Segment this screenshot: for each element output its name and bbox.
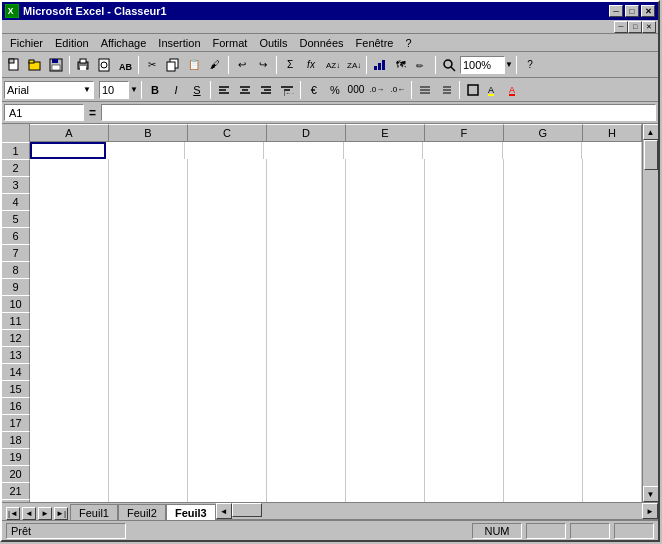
- cell-G9[interactable]: [504, 278, 583, 295]
- vertical-scroll-track[interactable]: [643, 140, 659, 486]
- cell-C3[interactable]: [188, 176, 267, 193]
- cell-E12[interactable]: [346, 329, 425, 346]
- scroll-up-button[interactable]: ▲: [643, 124, 659, 140]
- align-center-button[interactable]: [235, 81, 255, 99]
- app-restore-button[interactable]: □: [628, 21, 642, 33]
- align-left-button[interactable]: [214, 81, 234, 99]
- cell-F17[interactable]: [425, 414, 504, 431]
- border-button[interactable]: [463, 81, 483, 99]
- cell-E6[interactable]: [346, 227, 425, 244]
- cell-F12[interactable]: [425, 329, 504, 346]
- cell-H18[interactable]: [583, 431, 642, 448]
- cell-C13[interactable]: [188, 346, 267, 363]
- cell-E4[interactable]: [346, 193, 425, 210]
- cell-D6[interactable]: [267, 227, 346, 244]
- bold-button[interactable]: B: [145, 81, 165, 99]
- cell-B15[interactable]: [109, 380, 188, 397]
- menu-edition[interactable]: Edition: [49, 35, 95, 51]
- cell-B6[interactable]: [109, 227, 188, 244]
- cell-A11[interactable]: [30, 312, 109, 329]
- cell-F6[interactable]: [425, 227, 504, 244]
- col-header-d[interactable]: D: [267, 124, 346, 142]
- cell-E22[interactable]: [346, 499, 425, 502]
- col-header-b[interactable]: B: [109, 124, 188, 142]
- print-preview-button[interactable]: [94, 55, 114, 75]
- cell-H21[interactable]: [583, 482, 642, 499]
- cell-G18[interactable]: [504, 431, 583, 448]
- app-minimize-button[interactable]: ─: [614, 21, 628, 33]
- cell-C16[interactable]: [188, 397, 267, 414]
- cell-H11[interactable]: [583, 312, 642, 329]
- cell-E14[interactable]: [346, 363, 425, 380]
- cell-A3[interactable]: [30, 176, 109, 193]
- cell-H4[interactable]: [583, 193, 642, 210]
- font-name-box[interactable]: Arial ▼: [4, 81, 94, 99]
- cell-H20[interactable]: [583, 465, 642, 482]
- autosum-button[interactable]: Σ: [280, 55, 300, 75]
- cell-B3[interactable]: [109, 176, 188, 193]
- cell-F22[interactable]: [425, 499, 504, 502]
- cell-A8[interactable]: [30, 261, 109, 278]
- save-button[interactable]: [46, 55, 66, 75]
- cell-G7[interactable]: [504, 244, 583, 261]
- cell-G6[interactable]: [504, 227, 583, 244]
- zoom-dropdown-btn[interactable]: ▼: [505, 60, 513, 69]
- cell-H5[interactable]: [583, 210, 642, 227]
- cell-B16[interactable]: [109, 397, 188, 414]
- cell-B7[interactable]: [109, 244, 188, 261]
- cell-B18[interactable]: [109, 431, 188, 448]
- cell-B9[interactable]: [109, 278, 188, 295]
- cell-B19[interactable]: [109, 448, 188, 465]
- map-button[interactable]: 🗺: [391, 55, 411, 75]
- increase-indent-button[interactable]: [436, 81, 456, 99]
- scroll-down-button[interactable]: ▼: [643, 486, 659, 502]
- cell-B13[interactable]: [109, 346, 188, 363]
- cell-C14[interactable]: [188, 363, 267, 380]
- cell-H1[interactable]: [582, 142, 642, 159]
- cell-D1[interactable]: [264, 142, 343, 159]
- cell-C7[interactable]: [188, 244, 267, 261]
- cell-E15[interactable]: [346, 380, 425, 397]
- tab-next-button[interactable]: ►: [38, 507, 52, 520]
- cell-B8[interactable]: [109, 261, 188, 278]
- cell-D10[interactable]: [267, 295, 346, 312]
- decrease-decimal-button[interactable]: .0←: [388, 81, 408, 99]
- cell-A2[interactable]: [30, 159, 109, 176]
- cell-F16[interactable]: [425, 397, 504, 414]
- cell-A7[interactable]: [30, 244, 109, 261]
- h-scroll-thumb[interactable]: [232, 503, 262, 517]
- maximize-button[interactable]: □: [625, 5, 639, 17]
- fx-button[interactable]: fx: [301, 55, 321, 75]
- cell-H19[interactable]: [583, 448, 642, 465]
- cell-E2[interactable]: [346, 159, 425, 176]
- cell-G1[interactable]: [503, 142, 582, 159]
- cell-A19[interactable]: [30, 448, 109, 465]
- cell-A4[interactable]: [30, 193, 109, 210]
- format-painter-button[interactable]: 🖌: [205, 55, 225, 75]
- cell-H14[interactable]: [583, 363, 642, 380]
- cell-F3[interactable]: [425, 176, 504, 193]
- cell-E16[interactable]: [346, 397, 425, 414]
- cell-D17[interactable]: [267, 414, 346, 431]
- menu-help[interactable]: ?: [399, 35, 417, 51]
- cell-A13[interactable]: [30, 346, 109, 363]
- sheet-tab-feuil1[interactable]: Feuil1: [70, 504, 118, 520]
- cell-A12[interactable]: [30, 329, 109, 346]
- close-button[interactable]: ✕: [641, 5, 655, 17]
- cell-B12[interactable]: [109, 329, 188, 346]
- cell-C4[interactable]: [188, 193, 267, 210]
- tab-last-button[interactable]: ►|: [54, 507, 68, 520]
- draw-button[interactable]: ✏: [412, 55, 432, 75]
- col-header-f[interactable]: F: [425, 124, 504, 142]
- menu-affichage[interactable]: Affichage: [95, 35, 153, 51]
- decrease-indent-button[interactable]: [415, 81, 435, 99]
- cell-C17[interactable]: [188, 414, 267, 431]
- font-color-button[interactable]: A: [505, 81, 525, 99]
- cell-A22[interactable]: [30, 499, 109, 502]
- cell-H3[interactable]: [583, 176, 642, 193]
- cell-D22[interactable]: [267, 499, 346, 502]
- redo-button[interactable]: ↪: [253, 55, 273, 75]
- font-size-box[interactable]: 10: [99, 81, 129, 99]
- sort-desc-button[interactable]: ZA↓: [343, 55, 363, 75]
- menu-fenetre[interactable]: Fenêtre: [350, 35, 400, 51]
